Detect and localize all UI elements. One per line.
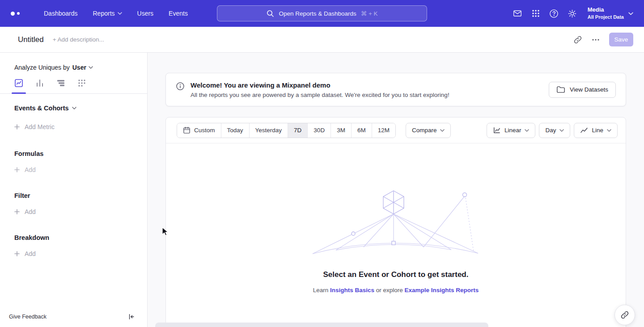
empty-state-illustration: [311, 190, 481, 257]
plus-icon: [14, 251, 20, 256]
add-formula-button[interactable]: Add: [14, 166, 133, 173]
info-icon: [176, 82, 185, 91]
insights-basics-link[interactable]: Insights Basics: [330, 287, 374, 293]
middle-text: or explore: [376, 287, 403, 293]
report-main-area: Welcome! You are viewing a Mixpanel demo…: [148, 53, 644, 327]
sidebar-sections: Events & Cohorts Add Metric Formulas Add…: [0, 105, 147, 257]
nav-users-label: Users: [137, 10, 154, 17]
range-custom-label: Custom: [194, 127, 215, 134]
filter-section-title: Filter: [14, 192, 133, 199]
share-link-fab[interactable]: [614, 305, 635, 325]
report-title[interactable]: Untitled: [18, 35, 44, 44]
help-icon[interactable]: [549, 9, 559, 18]
date-range-picker: Custom Today Yesterday 7D 30D 3M 6M 12M: [177, 123, 396, 138]
mixpanel-logo[interactable]: [11, 12, 26, 16]
interval-dropdown[interactable]: Day: [539, 123, 570, 138]
analyze-by-value: User: [72, 64, 86, 71]
chart-controls: Custom Today Yesterday 7D 30D 3M 6M 12M …: [166, 117, 626, 143]
nav-dashboards[interactable]: Dashboards: [44, 10, 78, 17]
line-chart-icon: [580, 127, 588, 134]
plus-icon: [14, 209, 20, 214]
add-formula-label: Add: [25, 166, 36, 173]
range-12m[interactable]: 12M: [372, 123, 395, 138]
copy-link-icon[interactable]: [573, 35, 582, 44]
view-datasets-label: View Datasets: [570, 86, 608, 93]
tab-funnel[interactable]: [56, 79, 65, 88]
query-builder-sidebar: Analyze Uniques by User Events & Cohorts…: [0, 53, 148, 327]
events-cohorts-section-title[interactable]: Events & Cohorts: [14, 105, 133, 112]
settings-gear-icon[interactable]: [568, 9, 577, 18]
collapse-sidebar-icon[interactable]: [128, 313, 135, 320]
add-breakdown-button[interactable]: Add: [14, 250, 133, 257]
nav-reports[interactable]: Reports: [93, 10, 122, 17]
empty-state-title: Select an Event or Cohort to get started…: [166, 270, 626, 279]
link-icon: [620, 310, 629, 319]
empty-state-links: Learn Insights Basics or explore Example…: [166, 287, 626, 293]
range-today[interactable]: Today: [221, 123, 249, 138]
interval-label: Day: [545, 127, 556, 134]
range-6m[interactable]: 6M: [351, 123, 372, 138]
breakdown-section-title: Breakdown: [14, 234, 133, 241]
banner-title: Welcome! You are viewing a Mixpanel demo: [191, 81, 449, 89]
navbar-actions: Media All Project Data: [513, 6, 633, 20]
analyze-row: Analyze Uniques by User: [0, 53, 147, 71]
range-yesterday[interactable]: Yesterday: [249, 123, 288, 138]
tab-bar-chart[interactable]: [35, 79, 44, 88]
banner-text: Welcome! You are viewing a Mixpanel demo…: [191, 81, 449, 98]
messages-icon[interactable]: [513, 8, 522, 18]
project-scope: All Project Data: [588, 14, 624, 20]
analyze-by-dropdown[interactable]: User: [72, 64, 93, 71]
banner-message: All the reports you see are powered by a…: [191, 92, 449, 98]
insights-chart-card: Custom Today Yesterday 7D 30D 3M 6M 12M …: [165, 117, 626, 327]
chart-type-dropdown[interactable]: Line: [574, 123, 618, 138]
search-placeholder: Open Reports & Dashboards: [279, 10, 356, 17]
search-input[interactable]: Open Reports & Dashboards ⌘ + K: [217, 5, 427, 21]
range-30d[interactable]: 30D: [307, 123, 330, 138]
formulas-section-title: Formulas: [14, 150, 133, 157]
add-description-field[interactable]: + Add description...: [53, 36, 104, 43]
search-shortcut: ⌘ + K: [361, 10, 378, 17]
view-datasets-button[interactable]: View Datasets: [549, 82, 616, 98]
project-selector[interactable]: Media All Project Data: [588, 6, 633, 20]
nav-users[interactable]: Users: [137, 10, 154, 17]
give-feedback-link[interactable]: Give Feedback: [9, 314, 47, 320]
save-button[interactable]: Save: [609, 33, 633, 46]
nav-events-label: Events: [169, 10, 188, 17]
apps-grid-icon[interactable]: [531, 9, 540, 18]
folder-icon: [556, 86, 565, 93]
range-custom[interactable]: Custom: [177, 123, 221, 138]
learn-prefix: Learn: [313, 287, 329, 293]
compare-label: Compare: [412, 127, 437, 134]
search-icon: [266, 9, 274, 17]
plus-icon: [14, 167, 20, 172]
nav-events[interactable]: Events: [169, 10, 188, 17]
tab-retention[interactable]: [77, 79, 86, 88]
chart-display-controls: Linear Day Line: [487, 123, 618, 138]
project-name: Media: [588, 6, 624, 14]
top-navbar: Dashboards Reports Users Events Open Rep…: [0, 0, 644, 27]
metric-type-tabs: [0, 71, 147, 94]
chevron-down-icon: [607, 129, 611, 132]
scale-dropdown[interactable]: Linear: [487, 123, 536, 138]
compare-button[interactable]: Compare: [406, 123, 451, 138]
range-3m[interactable]: 3M: [330, 123, 351, 138]
chevron-down-icon: [89, 66, 93, 69]
chevron-down-icon: [628, 12, 633, 15]
events-cohorts-label: Events & Cohorts: [14, 105, 69, 112]
tab-insights[interactable]: [14, 79, 23, 88]
below-fold-panel-edge: [155, 323, 488, 327]
range-7d[interactable]: 7D: [288, 123, 307, 138]
add-filter-label: Add: [25, 208, 36, 215]
chevron-down-icon: [118, 12, 122, 15]
add-metric-button[interactable]: Add Metric: [14, 123, 133, 130]
primary-nav: Dashboards Reports Users Events: [44, 10, 188, 17]
linear-scale-icon: [493, 127, 501, 134]
demo-welcome-banner: Welcome! You are viewing a Mixpanel demo…: [165, 73, 626, 106]
add-metric-label: Add Metric: [25, 123, 55, 130]
add-filter-button[interactable]: Add: [14, 208, 133, 215]
more-options-icon[interactable]: [591, 35, 600, 44]
nav-dashboards-label: Dashboards: [44, 10, 78, 17]
calendar-icon: [183, 126, 191, 134]
example-reports-link[interactable]: Example Insights Reports: [405, 287, 479, 293]
add-breakdown-label: Add: [25, 250, 36, 257]
